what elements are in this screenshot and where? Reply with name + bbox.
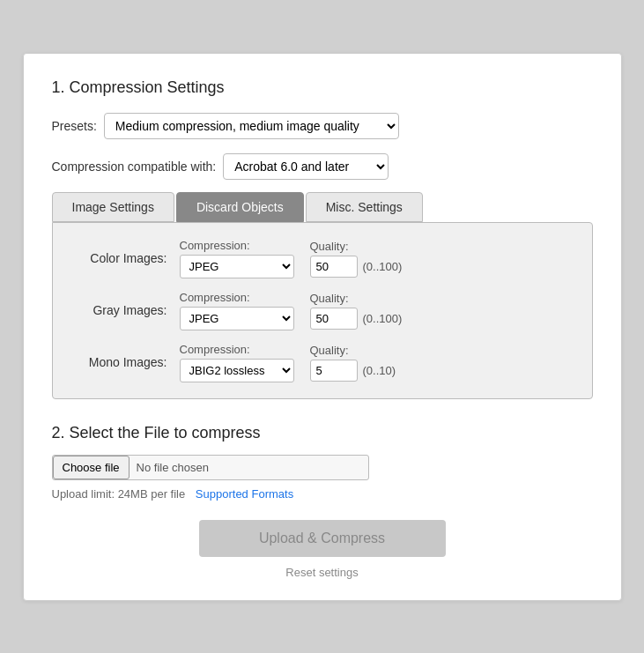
gray-quality-group: Quality: (0..100) [310, 292, 403, 330]
color-quality-inline: (0..100) [310, 256, 403, 278]
color-compression-select[interactable]: JPEG JPEG2000 ZIP None [180, 255, 294, 278]
presets-label: Presets: [52, 119, 97, 133]
section1-title: 1. Compression Settings [52, 78, 593, 97]
upload-compress-button[interactable]: Upload & Compress [199, 520, 446, 557]
color-quality-input[interactable] [310, 256, 358, 278]
choose-file-button[interactable]: Choose file [53, 456, 130, 479]
main-card: 1. Compression Settings Presets: Medium … [23, 53, 622, 601]
compat-label: Compression compatible with: [52, 160, 217, 174]
gray-quality-range: (0..100) [363, 312, 403, 325]
mono-compression-select[interactable]: JBIG2 lossless JBIG2 CCITT Group4 None [180, 359, 294, 382]
upload-limit-row: Upload limit: 24MB per file Supported Fo… [52, 487, 593, 501]
mono-quality-label: Quality: [310, 344, 396, 357]
mono-images-row: Mono Images: Compression: JBIG2 lossless… [74, 343, 571, 382]
no-file-label: No file chosen [137, 461, 209, 474]
gray-quality-input[interactable] [310, 308, 358, 330]
presets-select[interactable]: Medium compression, medium image quality… [104, 113, 399, 139]
color-images-label: Color Images: [74, 251, 180, 265]
mono-quality-input[interactable] [310, 360, 358, 382]
tab-image-settings[interactable]: Image Settings [52, 192, 174, 222]
tabs-bar: Image Settings Discard Objects Misc. Set… [52, 192, 593, 222]
color-quality-label: Quality: [310, 240, 403, 253]
presets-row: Presets: Medium compression, medium imag… [52, 113, 593, 139]
gray-compression-label: Compression: [180, 291, 294, 304]
gray-quality-label: Quality: [310, 292, 403, 305]
tab-discard-objects[interactable]: Discard Objects [176, 192, 304, 222]
gray-compression-group: Compression: JPEG JPEG2000 ZIP None [180, 291, 294, 330]
supported-formats-link[interactable]: Supported Formats [196, 487, 293, 501]
mono-quality-inline: (0..10) [310, 360, 396, 382]
color-quality-range: (0..100) [363, 260, 403, 273]
reset-settings-link[interactable]: Reset settings [52, 566, 593, 579]
file-input-wrapper: Choose file No file chosen [52, 455, 369, 480]
color-compression-group: Compression: JPEG JPEG2000 ZIP None [180, 239, 294, 278]
file-row: Choose file No file chosen [52, 455, 593, 480]
mono-compression-group: Compression: JBIG2 lossless JBIG2 CCITT … [180, 343, 294, 382]
compat-select[interactable]: Acrobat 6.0 and later Acrobat 5.0 and la… [223, 153, 389, 180]
mono-images-label: Mono Images: [74, 355, 180, 369]
compat-row: Compression compatible with: Acrobat 6.0… [52, 153, 593, 180]
gray-images-row: Gray Images: Compression: JPEG JPEG2000 … [74, 291, 571, 330]
mono-compression-label: Compression: [180, 343, 294, 356]
gray-quality-inline: (0..100) [310, 308, 403, 330]
color-compression-label: Compression: [180, 239, 294, 252]
color-quality-group: Quality: (0..100) [310, 240, 403, 278]
section2-title: 2. Select the File to compress [52, 424, 593, 442]
mono-quality-range: (0..10) [363, 364, 396, 377]
gray-compression-select[interactable]: JPEG JPEG2000 ZIP None [180, 307, 294, 330]
color-images-row: Color Images: Compression: JPEG JPEG2000… [74, 239, 571, 278]
tab-misc-settings[interactable]: Misc. Settings [306, 192, 423, 222]
upload-limit-text: Upload limit: 24MB per file [52, 487, 186, 501]
mono-quality-group: Quality: (0..10) [310, 344, 396, 382]
gray-images-label: Gray Images: [74, 303, 180, 317]
tab-panel-image-settings: Color Images: Compression: JPEG JPEG2000… [52, 222, 593, 399]
